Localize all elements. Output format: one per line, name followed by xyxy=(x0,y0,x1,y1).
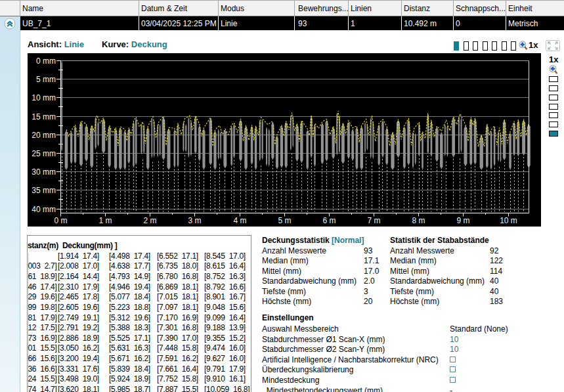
svg-text:10 m: 10 m xyxy=(500,216,517,225)
svg-text:5 m: 5 m xyxy=(278,216,291,225)
svg-text:15 mm: 15 mm xyxy=(32,112,56,121)
svg-text:1 m: 1 m xyxy=(98,216,112,225)
svg-text:30 mm: 30 mm xyxy=(32,167,56,177)
svg-text:0 m: 0 m xyxy=(54,216,67,225)
svg-text:7 m: 7 m xyxy=(367,216,380,225)
svg-text:0 mm: 0 mm xyxy=(36,56,56,66)
svg-text:5 mm: 5 mm xyxy=(36,75,56,84)
svg-text:6 m: 6 m xyxy=(322,216,336,225)
svg-text:3 m: 3 m xyxy=(188,216,201,225)
svg-text:10 mm: 10 mm xyxy=(32,93,56,102)
svg-text:40 mm: 40 mm xyxy=(32,205,56,214)
svg-text:9 m: 9 m xyxy=(456,216,469,225)
svg-text:8 m: 8 m xyxy=(412,216,425,225)
svg-text:2 m: 2 m xyxy=(143,216,156,225)
svg-text:35 mm: 35 mm xyxy=(32,186,56,195)
svg-text:4 m: 4 m xyxy=(233,216,246,225)
svg-text:20 mm: 20 mm xyxy=(32,131,56,140)
svg-text:25 mm: 25 mm xyxy=(32,149,56,158)
